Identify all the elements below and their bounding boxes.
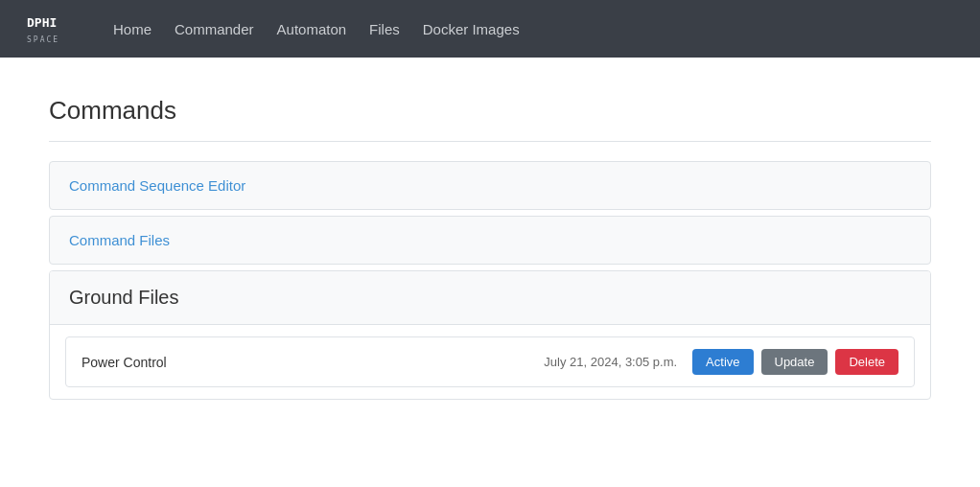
nav-links: Home Commander Automaton Files Docker Im… <box>113 21 520 37</box>
file-actions: July 21, 2024, 3:05 p.m. Active Update D… <box>544 349 898 375</box>
nav-automaton[interactable]: Automaton <box>277 21 347 37</box>
command-sequence-editor-card: Command Sequence Editor <box>49 161 931 210</box>
ground-files-body: Power Control July 21, 2024, 3:05 p.m. A… <box>50 325 930 399</box>
nav-docker-images[interactable]: Docker Images <box>423 21 520 37</box>
ground-files-header: Ground Files <box>50 271 930 325</box>
active-button[interactable]: Active <box>692 349 753 375</box>
navbar: DPHI SPACE Home Commander Automaton File… <box>0 0 980 58</box>
command-files-link[interactable]: Command Files <box>69 232 170 248</box>
ground-files-section: Ground Files Power Control July 21, 2024… <box>49 270 931 400</box>
logo: DPHI SPACE <box>23 8 75 50</box>
page-title-divider <box>49 141 931 142</box>
delete-button[interactable]: Delete <box>835 349 898 375</box>
svg-text:DPHI: DPHI <box>27 15 57 30</box>
svg-text:SPACE: SPACE <box>27 35 59 44</box>
command-sequence-editor-link[interactable]: Command Sequence Editor <box>69 177 245 194</box>
main-content: Commands Command Sequence Editor Command… <box>30 96 950 400</box>
logo-icon: DPHI SPACE <box>23 8 65 50</box>
ground-files-title: Ground Files <box>69 287 911 309</box>
nav-home[interactable]: Home <box>113 21 152 37</box>
nav-files[interactable]: Files <box>369 21 400 37</box>
update-button[interactable]: Update <box>761 349 828 375</box>
file-date: July 21, 2024, 3:05 p.m. <box>544 355 677 369</box>
nav-commander[interactable]: Commander <box>175 21 254 37</box>
file-name: Power Control <box>82 355 167 370</box>
file-row: Power Control July 21, 2024, 3:05 p.m. A… <box>65 336 915 387</box>
command-files-card: Command Files <box>49 216 931 265</box>
page-title: Commands <box>49 96 931 126</box>
